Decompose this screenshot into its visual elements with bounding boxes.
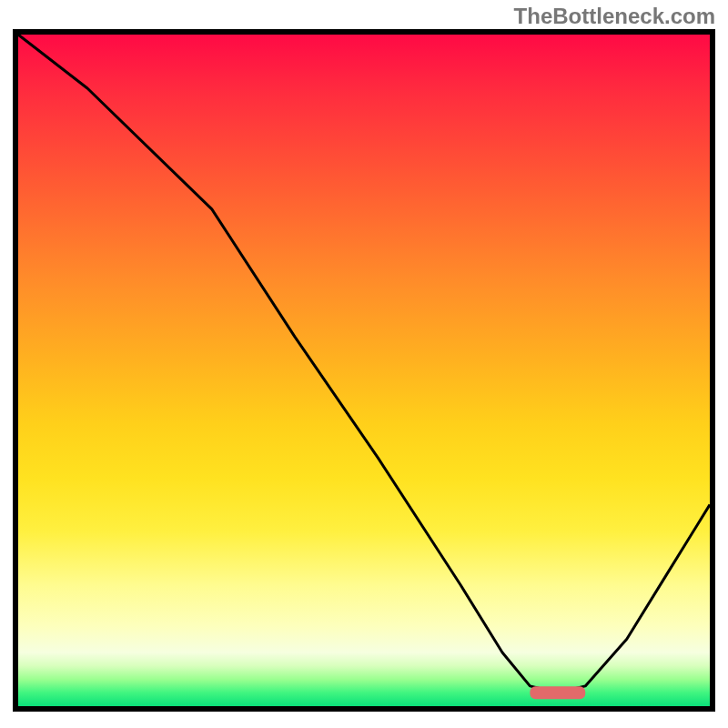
chart-svg	[18, 35, 710, 706]
optimal-marker	[530, 686, 585, 699]
bottleneck-curve-line	[18, 35, 710, 693]
watermark-text: TheBottleneck.com	[514, 4, 715, 29]
chart-frame	[13, 29, 715, 712]
